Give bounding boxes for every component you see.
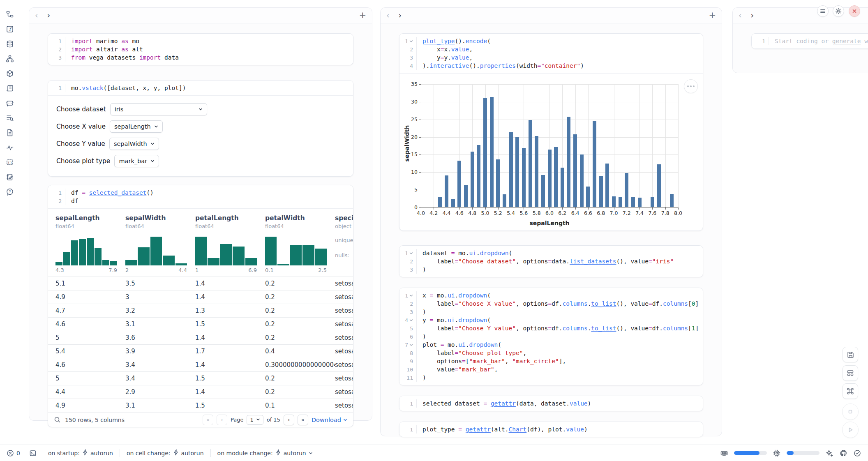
search-icon[interactable] xyxy=(54,416,61,423)
file-explorer-icon[interactable] xyxy=(5,10,14,19)
column-dtype: float64 xyxy=(265,223,335,229)
table-cell: 3.4 xyxy=(125,361,195,369)
table-cell: 1.4 xyxy=(195,361,265,369)
terminal-button[interactable] xyxy=(29,449,37,457)
runtime-config-cell-change[interactable]: on cell change:autorun xyxy=(127,449,204,457)
table-of-contents-icon[interactable] xyxy=(5,113,14,122)
menu-button[interactable] xyxy=(817,5,829,17)
chart-bar xyxy=(619,197,622,207)
chart-options-button[interactable] xyxy=(684,79,698,93)
layout-button[interactable] xyxy=(843,365,858,381)
gridline xyxy=(678,84,679,207)
tracing-icon[interactable] xyxy=(5,143,14,152)
logs-icon[interactable] xyxy=(5,84,14,93)
snippets-icon[interactable]: () xyxy=(5,158,14,167)
code-editor[interactable]: 1plot_type().encode(2 x=x.value,3 y=y.va… xyxy=(399,34,703,73)
chart-bar xyxy=(477,145,480,207)
table-cell: 3.5 xyxy=(125,280,195,287)
x-tick xyxy=(498,207,499,210)
table-cell: 4.6 xyxy=(55,361,125,369)
keyboard-shortcuts-button[interactable] xyxy=(843,383,858,399)
fold-toggle-icon[interactable] xyxy=(409,39,413,43)
table-column-header: sepalLengthfloat644.37.9 xyxy=(55,214,125,277)
next-page-button[interactable]: › xyxy=(284,415,294,425)
ai-sparkles-icon[interactable] xyxy=(825,449,833,457)
run-all-button[interactable] xyxy=(842,422,859,438)
x-tick-label: 5.8 xyxy=(530,210,544,216)
error-count-badge[interactable]: 0 xyxy=(7,449,20,457)
scratchpad-icon[interactable] xyxy=(5,173,14,182)
dependency-graph-icon[interactable] xyxy=(5,54,14,63)
chart-bar xyxy=(580,154,584,207)
settings-gear-button[interactable] xyxy=(833,5,844,17)
gridline xyxy=(652,84,653,207)
code-editor[interactable]: 1plot_type = getattr(alt.Chart(df), plot… xyxy=(399,422,703,437)
fold-toggle-icon[interactable] xyxy=(409,294,413,297)
column-name: species xyxy=(335,214,353,222)
code-editor[interactable]: 1mo.vstack([dataset, x, y, plot]) xyxy=(48,81,353,95)
stop-button[interactable] xyxy=(842,403,859,420)
code-editor[interactable]: 1selected_dataset = getattr(data, datase… xyxy=(399,396,703,411)
fold-toggle-icon[interactable] xyxy=(409,251,413,255)
save-button[interactable] xyxy=(843,347,858,362)
altair-chart[interactable]: 051015202530354.04.24.44.64.85.05.25.45.… xyxy=(399,74,703,230)
notebook-column-1: ‹›+1import marimo as mo2import altair as… xyxy=(29,7,372,421)
code-line: 7plot = mo.ui.dropdown( xyxy=(399,341,703,349)
move-column-left-icon[interactable]: ‹ xyxy=(386,12,390,19)
x-tick xyxy=(511,207,511,210)
generate-with-ai-link[interactable]: generate xyxy=(832,38,861,44)
dataframe-table: sepalLengthfloat644.37.9sepalWidthfloat6… xyxy=(48,209,353,427)
hist-bar xyxy=(102,260,109,265)
prev-page-button[interactable]: ‹ xyxy=(217,415,227,425)
code-editor[interactable]: 1x = mo.ui.dropdown(2 label="Choose X va… xyxy=(399,288,703,385)
code-content: plot = mo.ui.dropdown( xyxy=(417,341,501,349)
dropdown-choose-y-value[interactable]: sepalWidth xyxy=(109,138,159,150)
close-button[interactable] xyxy=(849,5,860,17)
documentation-icon[interactable] xyxy=(5,128,14,137)
y-axis-line xyxy=(421,84,421,207)
move-column-right-icon[interactable]: › xyxy=(399,12,402,19)
move-column-left-icon[interactable]: ‹ xyxy=(35,12,38,19)
x-tick-label: 6.0 xyxy=(542,210,556,216)
add-column-button[interactable]: + xyxy=(359,11,366,20)
page-number-select[interactable]: 1 xyxy=(247,415,263,425)
code-editor[interactable]: 1import marimo as mo2import altair as al… xyxy=(48,34,353,65)
dropdown-choose-x-value[interactable]: sepalLength xyxy=(110,120,163,133)
help-icon[interactable]: ? xyxy=(5,187,14,196)
fold-toggle-icon[interactable] xyxy=(409,318,413,322)
y-tick-label: 0 xyxy=(405,204,418,210)
ai-chat-icon[interactable] xyxy=(5,99,14,108)
first-page-button[interactable]: « xyxy=(203,415,213,425)
table-cell: 0.2 xyxy=(265,320,335,328)
move-column-right-icon[interactable]: › xyxy=(751,12,754,19)
sidebar: f()? xyxy=(0,0,20,441)
variables-icon[interactable]: f xyxy=(5,25,14,34)
dropdown-choose-dataset[interactable]: iris xyxy=(110,103,207,115)
packages-icon[interactable] xyxy=(5,69,14,78)
connection-status-icon[interactable] xyxy=(853,449,861,457)
line-number: 1 xyxy=(48,37,65,45)
fold-toggle-icon[interactable] xyxy=(409,343,413,347)
table-row: 5.13.51.40.2setosa xyxy=(48,277,353,290)
last-page-button[interactable]: » xyxy=(298,415,308,425)
download-button[interactable]: Download xyxy=(312,417,347,423)
statusbar-right xyxy=(720,449,861,457)
table-cell: setosa xyxy=(335,334,353,341)
hist-bar xyxy=(63,252,70,265)
datasources-icon[interactable] xyxy=(5,39,14,48)
dropdown-choose-plot-type[interactable]: mark_bar xyxy=(114,155,159,167)
chart-bar xyxy=(515,137,519,207)
runtime-config-startup[interactable]: on startup:autorun xyxy=(48,449,113,457)
line-number: 2 xyxy=(48,197,65,205)
code-editor[interactable]: 1Start coding or generate with xyxy=(752,34,868,48)
runtime-config-module-change[interactable]: on module change:autorun xyxy=(217,449,313,457)
code-content: import altair as alt xyxy=(65,45,143,53)
code-content: ) xyxy=(417,373,426,382)
github-icon[interactable] xyxy=(839,449,847,457)
code-line: 2import altair as alt xyxy=(48,45,353,53)
code-editor[interactable]: 1df = selected_dataset()2df xyxy=(48,185,353,208)
add-column-button[interactable]: + xyxy=(709,11,716,20)
move-column-right-icon[interactable]: › xyxy=(47,12,51,19)
move-column-left-icon[interactable]: ‹ xyxy=(739,12,742,19)
code-editor[interactable]: 1dataset = mo.ui.dropdown(2 label="Choos… xyxy=(399,246,703,277)
